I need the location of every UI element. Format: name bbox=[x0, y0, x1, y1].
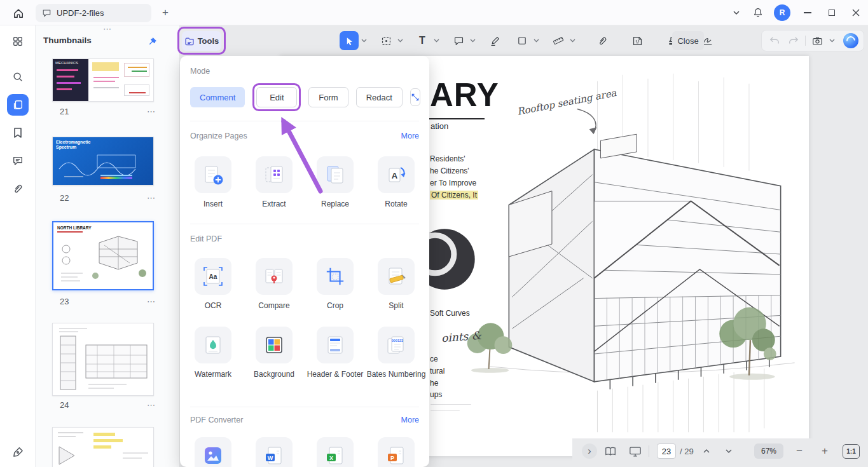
page-thumbnail-24[interactable] bbox=[52, 323, 154, 396]
close-toolbar-button[interactable]: Close bbox=[672, 31, 704, 50]
left-rail bbox=[0, 25, 36, 467]
zoom-level[interactable]: 67% bbox=[754, 443, 783, 459]
detach-panel-button[interactable] bbox=[410, 88, 420, 106]
extract-pages-item[interactable]: Extract bbox=[244, 156, 305, 209]
shape-tool-button[interactable] bbox=[513, 32, 531, 50]
paperclip-icon bbox=[12, 183, 24, 194]
doc-line-highlighted: Of Citizens, It bbox=[430, 189, 478, 201]
chevron-down-icon[interactable] bbox=[397, 32, 404, 50]
page-thumbnail-21[interactable]: MECHANICS bbox=[52, 58, 154, 102]
zoom-out-button[interactable]: − bbox=[792, 443, 806, 459]
add-tab-button[interactable]: + bbox=[158, 6, 172, 20]
converter-more-link[interactable]: More bbox=[401, 416, 419, 424]
doc-text-fragment: Soft Curves bbox=[430, 309, 470, 318]
divider bbox=[190, 407, 419, 407]
undo-button[interactable] bbox=[767, 33, 782, 48]
page-more-button[interactable]: ⋯ bbox=[147, 400, 155, 410]
organize-more-link[interactable]: More bbox=[401, 132, 419, 140]
home-button[interactable] bbox=[10, 5, 27, 22]
pin-panel-button[interactable] bbox=[145, 34, 159, 48]
tabs-dropdown-button[interactable] bbox=[726, 2, 747, 24]
page-number-input[interactable] bbox=[657, 443, 676, 459]
signature-panel-button[interactable] bbox=[7, 441, 29, 463]
text-tool-icon: T bbox=[419, 35, 425, 46]
crop-item[interactable]: Crop bbox=[305, 258, 366, 311]
image-converter-icon bbox=[202, 445, 224, 466]
convert-to-image-item[interactable] bbox=[183, 437, 244, 467]
zoom-in-button[interactable]: + bbox=[818, 443, 832, 459]
collapse-controls-button[interactable]: › bbox=[582, 443, 597, 459]
attachment-tool-button[interactable] bbox=[593, 32, 611, 50]
insert-pages-item[interactable]: Insert bbox=[183, 156, 244, 209]
bookmarks-panel-button[interactable] bbox=[7, 122, 29, 144]
convert-to-word-item[interactable]: W bbox=[244, 437, 305, 467]
document-tab[interactable]: UPDF-2-files bbox=[36, 4, 151, 22]
split-item[interactable]: Split bbox=[366, 258, 427, 311]
convert-to-ppt-item[interactable]: P bbox=[366, 437, 427, 467]
chevron-down-icon[interactable] bbox=[361, 32, 368, 50]
redo-button[interactable] bbox=[786, 33, 801, 48]
tools-button[interactable]: Tools bbox=[182, 31, 221, 51]
page-thumbnail-22[interactable]: Electromagnetic Spectrum bbox=[52, 137, 154, 186]
mode-form-button[interactable]: Form bbox=[308, 87, 348, 107]
page-number: 22 bbox=[60, 193, 69, 203]
watermark-item[interactable]: Watermark bbox=[183, 327, 244, 379]
mode-section-label: Mode bbox=[190, 67, 210, 76]
sticker-tool-button[interactable] bbox=[628, 32, 646, 50]
chevron-down-icon[interactable] bbox=[433, 32, 440, 50]
thumbnail-art: MECHANICS bbox=[53, 59, 153, 101]
search-button[interactable] bbox=[7, 66, 29, 88]
chevron-down-icon[interactable] bbox=[569, 32, 576, 50]
chevron-down-icon[interactable] bbox=[469, 32, 476, 50]
pen-nib-icon bbox=[12, 446, 24, 458]
snapshot-tool-button[interactable] bbox=[377, 32, 395, 50]
page-thumbnail-23-selected[interactable]: NORTH LIBRARY bbox=[52, 221, 154, 290]
reader-mode-button[interactable] bbox=[603, 444, 618, 458]
comments-panel-button[interactable] bbox=[7, 150, 29, 172]
doc-line: he Citizens' bbox=[430, 165, 478, 177]
pen-tool-button[interactable] bbox=[486, 32, 504, 50]
annotation-toolbar: T bbox=[340, 31, 716, 50]
next-page-button[interactable] bbox=[722, 445, 736, 457]
replace-icon bbox=[324, 164, 346, 186]
panel-drag-handle[interactable]: ⋯ bbox=[36, 25, 179, 34]
minimize-button[interactable] bbox=[796, 0, 820, 25]
background-item[interactable]: Background bbox=[244, 327, 305, 379]
thumbnail-art: NORTH LIBRARY bbox=[53, 222, 153, 289]
background-icon bbox=[263, 334, 285, 356]
page-more-button[interactable]: ⋯ bbox=[147, 193, 155, 203]
notifications-button[interactable] bbox=[747, 2, 769, 24]
user-avatar[interactable]: R bbox=[774, 4, 790, 21]
ocr-item[interactable]: Aa OCR bbox=[183, 258, 244, 311]
header-footer-item[interactable]: Header & Footer bbox=[305, 327, 366, 379]
page-more-button[interactable]: ⋯ bbox=[147, 297, 155, 306]
chevron-down-icon[interactable] bbox=[829, 32, 836, 50]
measure-tool-button[interactable] bbox=[549, 32, 567, 50]
page-thumbnail-25[interactable] bbox=[52, 427, 154, 467]
mode-edit-button[interactable]: Edit bbox=[256, 87, 297, 107]
close-window-button[interactable] bbox=[844, 0, 868, 25]
attachments-panel-button[interactable] bbox=[7, 178, 29, 200]
text-tool-button[interactable]: T bbox=[413, 32, 431, 50]
compare-item[interactable]: Compare bbox=[244, 258, 305, 311]
maximize-button[interactable] bbox=[820, 0, 844, 25]
replace-pages-item[interactable]: Replace bbox=[305, 156, 366, 209]
mode-comment-button[interactable]: Comment bbox=[190, 87, 245, 107]
bates-numbering-item[interactable]: 000123 Bates Numbering bbox=[366, 327, 427, 379]
select-tool-button[interactable] bbox=[340, 31, 359, 50]
capture-button[interactable] bbox=[809, 33, 825, 48]
actual-size-button[interactable]: 1:1 bbox=[843, 444, 860, 459]
comment-tool-button[interactable] bbox=[450, 32, 467, 50]
chevron-down-icon[interactable] bbox=[533, 32, 540, 50]
section-title: Organize Pages bbox=[190, 132, 247, 140]
previous-page-button[interactable] bbox=[699, 445, 713, 457]
convert-to-excel-item[interactable]: X bbox=[305, 437, 366, 467]
presentation-button[interactable] bbox=[628, 444, 643, 458]
thumbnails-panel-button[interactable] bbox=[7, 94, 29, 116]
page-more-button[interactable]: ⋯ bbox=[147, 107, 155, 116]
ai-assistant-button[interactable] bbox=[843, 33, 858, 48]
apps-grid-button[interactable] bbox=[7, 30, 29, 52]
rotate-pages-item[interactable]: A Rotate bbox=[366, 156, 427, 209]
crop-icon bbox=[325, 266, 345, 287]
mode-redact-button[interactable]: Redact bbox=[356, 87, 403, 107]
